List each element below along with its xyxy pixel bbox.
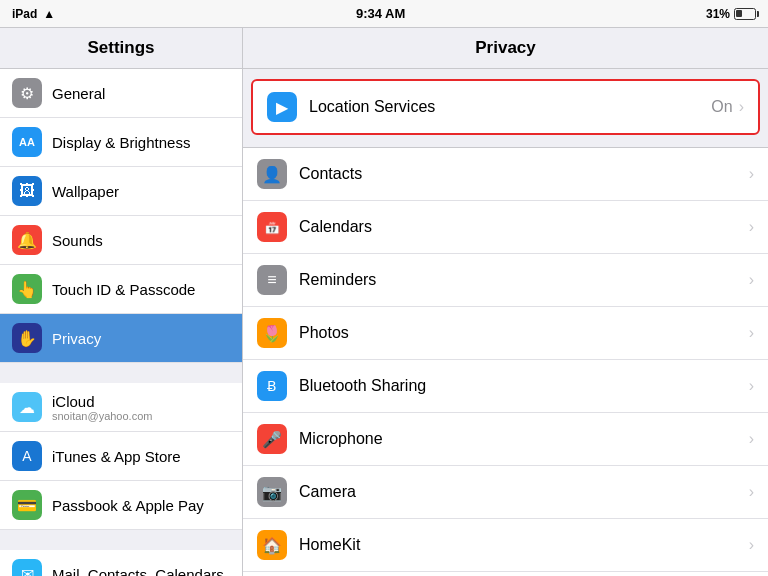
- location-value: On: [711, 98, 732, 116]
- display-icon: AA: [12, 127, 42, 157]
- content-item-camera[interactable]: 📷 Camera ›: [243, 466, 768, 519]
- content-group-1: 👤 Contacts › 📅 Calendars › ≡ Reminders ›…: [243, 147, 768, 576]
- sidebar-label-mail: Mail, Contacts, Calendars: [52, 566, 224, 577]
- calendars-label: Calendars: [299, 218, 749, 236]
- camera-chevron: ›: [749, 483, 754, 501]
- mail-icon: ✉: [12, 559, 42, 576]
- sidebar-section-3: ✉ Mail, Contacts, Calendars 📝 Notes ≡ Re…: [0, 550, 242, 576]
- camera-icon: 📷: [257, 477, 287, 507]
- content-item-bluetooth[interactable]: Ƀ Bluetooth Sharing ›: [243, 360, 768, 413]
- privacy-icon: ✋: [12, 323, 42, 353]
- sidebar-item-display[interactable]: AA Display & Brightness: [0, 118, 242, 167]
- sidebar-item-mail[interactable]: ✉ Mail, Contacts, Calendars: [0, 550, 242, 576]
- sidebar-item-wallpaper[interactable]: 🖼 Wallpaper: [0, 167, 242, 216]
- sidebar-item-icloud[interactable]: ☁ iCloudsnoitan@yahoo.com: [0, 383, 242, 432]
- homekit-icon: 🏠: [257, 530, 287, 560]
- microphone-icon: 🎤: [257, 424, 287, 454]
- status-bar: iPad ▲ 9:34 AM 31%: [0, 0, 768, 28]
- touchid-icon: 👆: [12, 274, 42, 304]
- contacts-label: Contacts: [299, 165, 749, 183]
- passbook-icon: 💳: [12, 490, 42, 520]
- location-icon: ▶: [267, 92, 297, 122]
- contacts-icon: 👤: [257, 159, 287, 189]
- icloud-icon: ☁: [12, 392, 42, 422]
- icloud-email: snoitan@yahoo.com: [52, 410, 152, 422]
- sidebar-label-display: Display & Brightness: [52, 134, 190, 151]
- homekit-chevron: ›: [749, 536, 754, 554]
- calendars-icon: 📅: [257, 212, 287, 242]
- bluetooth-chevron: ›: [749, 377, 754, 395]
- carrier-label: iPad: [12, 7, 37, 21]
- sidebar-label-itunes: iTunes & App Store: [52, 448, 181, 465]
- calendars-chevron: ›: [749, 218, 754, 236]
- content-item-calendars[interactable]: 📅 Calendars ›: [243, 201, 768, 254]
- content-item-homekit[interactable]: 🏠 HomeKit ›: [243, 519, 768, 572]
- microphone-chevron: ›: [749, 430, 754, 448]
- location-chevron: ›: [739, 98, 744, 116]
- homekit-label: HomeKit: [299, 536, 749, 554]
- content-item-microphone[interactable]: 🎤 Microphone ›: [243, 413, 768, 466]
- sidebar-section-2: ☁ iCloudsnoitan@yahoo.com A iTunes & App…: [0, 383, 242, 530]
- sidebar-label-touchid: Touch ID & Passcode: [52, 281, 195, 298]
- content-area: Privacy ▶ Location Services On › 👤 Conta…: [243, 28, 768, 576]
- location-label: Location Services: [309, 98, 711, 116]
- sidebar-label-sounds: Sounds: [52, 232, 103, 249]
- status-right: 31%: [706, 7, 756, 21]
- photos-icon: 🌷: [257, 318, 287, 348]
- itunes-icon: A: [12, 441, 42, 471]
- app-container: Settings ⚙ General AA Display & Brightne…: [0, 28, 768, 576]
- content-title: Privacy: [243, 28, 768, 69]
- general-icon: ⚙: [12, 78, 42, 108]
- sidebar-section-1: ⚙ General AA Display & Brightness 🖼 Wall…: [0, 69, 242, 363]
- sidebar-item-sounds[interactable]: 🔔 Sounds: [0, 216, 242, 265]
- sidebar-item-itunes[interactable]: A iTunes & App Store: [0, 432, 242, 481]
- sidebar-gap-1: [0, 363, 242, 383]
- sidebar-item-privacy[interactable]: ✋ Privacy: [0, 314, 242, 363]
- content-item-reminders[interactable]: ≡ Reminders ›: [243, 254, 768, 307]
- camera-label: Camera: [299, 483, 749, 501]
- bluetooth-label: Bluetooth Sharing: [299, 377, 749, 395]
- sidebar-label-icloud: iCloudsnoitan@yahoo.com: [52, 393, 152, 422]
- content-item-contacts[interactable]: 👤 Contacts ›: [243, 148, 768, 201]
- content-item-photos[interactable]: 🌷 Photos ›: [243, 307, 768, 360]
- sidebar-label-general: General: [52, 85, 105, 102]
- sidebar-gap-2: [0, 530, 242, 550]
- location-services-highlighted: ▶ Location Services On ›: [251, 79, 760, 135]
- bluetooth-icon: Ƀ: [257, 371, 287, 401]
- sidebar-item-general[interactable]: ⚙ General: [0, 69, 242, 118]
- reminders-content-chevron: ›: [749, 271, 754, 289]
- sidebar: Settings ⚙ General AA Display & Brightne…: [0, 28, 243, 576]
- contacts-chevron: ›: [749, 165, 754, 183]
- content-item-motion[interactable]: ≡ Motion & Fitness ›: [243, 572, 768, 576]
- sidebar-title: Settings: [0, 28, 242, 69]
- sidebar-label-wallpaper: Wallpaper: [52, 183, 119, 200]
- microphone-label: Microphone: [299, 430, 749, 448]
- sounds-icon: 🔔: [12, 225, 42, 255]
- sidebar-item-touchid[interactable]: 👆 Touch ID & Passcode: [0, 265, 242, 314]
- wallpaper-icon: 🖼: [12, 176, 42, 206]
- reminders-content-icon: ≡: [257, 265, 287, 295]
- status-left: iPad ▲: [12, 7, 55, 21]
- content-item-location[interactable]: ▶ Location Services On ›: [253, 81, 758, 133]
- battery-percent: 31%: [706, 7, 730, 21]
- sidebar-label-passbook: Passbook & Apple Pay: [52, 497, 204, 514]
- reminders-content-label: Reminders: [299, 271, 749, 289]
- wifi-icon: ▲: [43, 7, 55, 21]
- photos-label: Photos: [299, 324, 749, 342]
- sidebar-label-privacy: Privacy: [52, 330, 101, 347]
- sidebar-item-passbook[interactable]: 💳 Passbook & Apple Pay: [0, 481, 242, 530]
- photos-chevron: ›: [749, 324, 754, 342]
- battery-icon: [734, 8, 756, 20]
- status-time: 9:34 AM: [356, 6, 405, 21]
